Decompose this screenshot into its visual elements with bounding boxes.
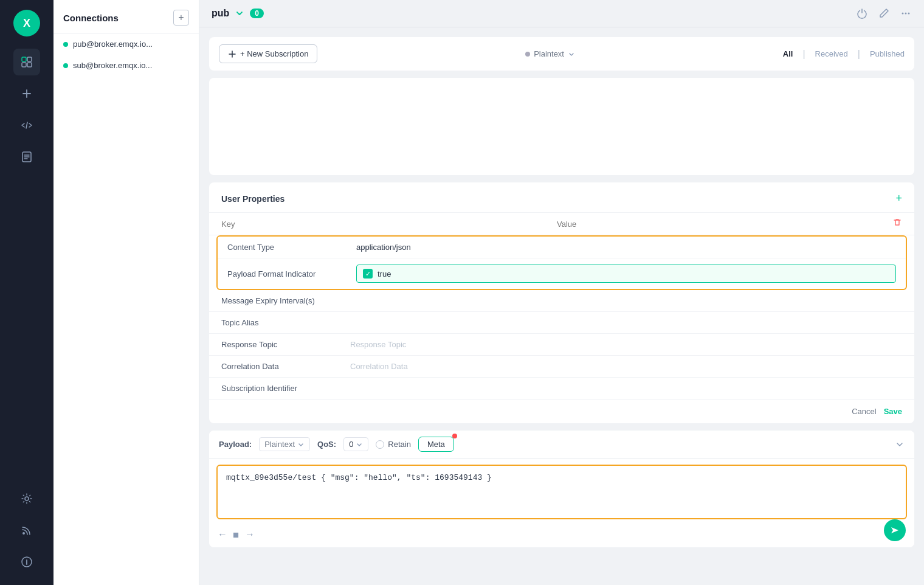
plaintext-select[interactable]: Plaintext: [525, 49, 575, 58]
qos-value: 0: [349, 440, 353, 449]
filter-tabs: All | Received | Published: [783, 49, 905, 60]
payload-label: Payload:: [219, 440, 252, 449]
main-content: pub 0: [199, 0, 924, 585]
payload-editor[interactable]: mqttx_89e3d55e/test { "msg": "hello", "t…: [216, 465, 907, 519]
field-input[interactable]: [350, 340, 902, 349]
connection-dot-sub: [63, 63, 68, 68]
sidebar-item-code[interactable]: [13, 112, 40, 139]
field-label: Subscription Identifier: [221, 384, 343, 393]
retain-radio[interactable]: [376, 440, 384, 449]
payload-bar: Payload: Plaintext QoS: 0 Retain: [209, 431, 914, 459]
gray-dot: [525, 52, 530, 57]
cancel-button[interactable]: Cancel: [852, 407, 876, 416]
property-field-row: Message Expiry Interval(s): [209, 290, 914, 312]
payload-format-select[interactable]: Plaintext: [259, 437, 310, 451]
sidebar-item-info[interactable]: [13, 549, 40, 575]
chevron-down-payload-icon[interactable]: [895, 440, 905, 449]
content-type-label: Content Type: [227, 243, 349, 252]
power-icon[interactable]: [856, 7, 868, 19]
qos-select[interactable]: 0: [343, 437, 368, 451]
sidebar-item-settings[interactable]: [13, 485, 40, 512]
key-input[interactable]: [221, 220, 550, 229]
svg-point-5: [25, 497, 29, 500]
connection-item-pub[interactable]: pub@broker.emqx.io...: [53, 33, 199, 55]
qos-label: QoS:: [317, 440, 336, 449]
properties-title: User Properties: [221, 194, 284, 204]
connection-label-sub: sub@broker.emqx.io...: [73, 61, 152, 70]
property-field-row: Topic Alias: [209, 312, 914, 334]
top-bar: pub 0: [199, 0, 924, 27]
payload-format-checkbox-row[interactable]: ✓ true: [356, 265, 896, 283]
payload-prev-button[interactable]: ←: [218, 529, 227, 540]
sidebar-item-report[interactable]: [13, 144, 40, 170]
payload-right: [895, 440, 905, 449]
payload-format-value: true: [378, 269, 391, 279]
payload-next-button[interactable]: →: [245, 529, 255, 540]
top-bar-right: [856, 7, 912, 19]
property-field-row: Subscription Identifier: [209, 378, 914, 400]
retain-label[interactable]: Retain: [376, 440, 411, 449]
svg-rect-0: [22, 57, 26, 61]
svg-rect-3: [27, 63, 32, 67]
add-connection-button[interactable]: +: [173, 10, 189, 26]
field-input[interactable]: [350, 384, 902, 393]
plus-icon: [228, 50, 236, 58]
sidebar: X: [0, 0, 53, 585]
sidebar-bottom: [13, 485, 40, 575]
payload-editor-wrap: mqttx_89e3d55e/test { "msg": "hello", "t…: [209, 465, 914, 547]
payload-section: Payload: Plaintext QoS: 0 Retain: [209, 431, 914, 547]
highlighted-section: Content Type Payload Format Indicator ✓ …: [216, 235, 907, 290]
plaintext-label: Plaintext: [534, 49, 564, 58]
connection-item-sub[interactable]: sub@broker.emqx.io...: [53, 55, 199, 76]
sidebar-logo[interactable]: X: [13, 10, 40, 36]
send-button[interactable]: [884, 519, 906, 541]
payload-stop-button[interactable]: ⏹: [232, 530, 240, 539]
properties-header: User Properties +: [209, 182, 914, 213]
content-area: + New Subscription Plaintext All | Recei…: [199, 27, 924, 585]
svg-rect-2: [22, 63, 26, 67]
edit-icon[interactable]: [878, 7, 890, 19]
meta-label: Meta: [427, 440, 445, 449]
field-input[interactable]: [350, 318, 902, 327]
payload-format-row: Payload Format Indicator ✓ true: [218, 258, 906, 289]
meta-badge: [452, 434, 457, 438]
plaintext-chevron-icon: [568, 50, 575, 58]
field-label: Message Expiry Interval(s): [221, 296, 343, 305]
property-field-row: Correlation Data: [209, 356, 914, 378]
sidebar-item-connections[interactable]: [13, 49, 40, 75]
qos-chevron-icon: [356, 441, 363, 448]
value-input[interactable]: [557, 220, 885, 229]
key-value-row: [209, 213, 914, 235]
connections-title: Connections: [63, 13, 119, 23]
sidebar-item-feed[interactable]: [13, 517, 40, 544]
meta-button[interactable]: Meta: [418, 437, 454, 452]
content-type-input[interactable]: [356, 243, 896, 252]
delete-property-button[interactable]: [892, 218, 902, 230]
field-label: Response Topic: [221, 340, 343, 349]
retain-text: Retain: [388, 440, 411, 449]
connections-panel: Connections + pub@broker.emqx.io... sub@…: [53, 0, 199, 585]
add-property-button[interactable]: +: [895, 192, 902, 205]
content-type-row: Content Type: [218, 237, 906, 258]
svg-point-10: [908, 13, 910, 15]
payload-format-text: Plaintext: [264, 440, 295, 449]
new-subscription-button[interactable]: + New Subscription: [219, 44, 317, 63]
tab-all[interactable]: All: [783, 49, 793, 58]
connection-label-pub: pub@broker.emqx.io...: [73, 40, 153, 49]
save-button[interactable]: Save: [884, 407, 902, 416]
more-options-icon[interactable]: [900, 7, 912, 19]
tab-received[interactable]: Received: [815, 49, 848, 58]
payload-format-chevron-icon: [297, 441, 305, 448]
field-input[interactable]: [350, 296, 902, 305]
svg-point-6: [22, 532, 25, 535]
tab-published[interactable]: Published: [870, 49, 905, 58]
field-label: Topic Alias: [221, 318, 343, 327]
field-input[interactable]: [350, 362, 902, 371]
properties-card: User Properties + Content Type: [209, 182, 914, 423]
chevron-down-icon[interactable]: [234, 8, 245, 19]
sidebar-item-add[interactable]: [13, 80, 40, 107]
pub-label: pub: [212, 8, 229, 19]
action-row: Cancel Save: [209, 400, 914, 423]
svg-rect-1: [27, 57, 32, 61]
message-area: [209, 78, 914, 175]
